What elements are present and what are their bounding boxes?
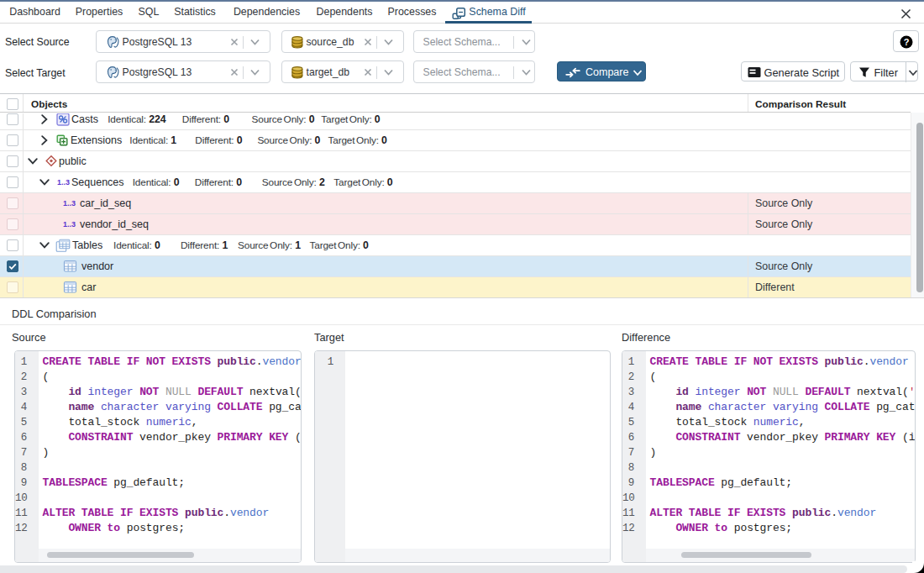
svg-text:?: ?	[904, 37, 910, 47]
